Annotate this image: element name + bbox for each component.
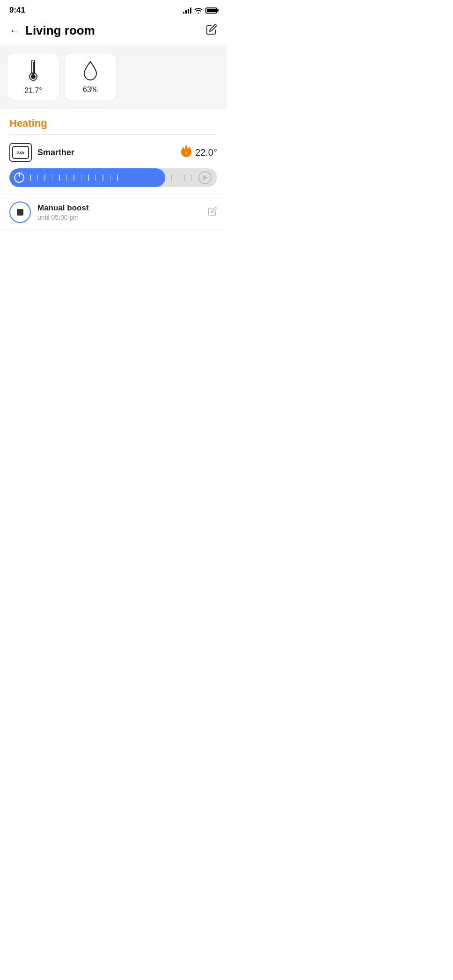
heating-section: Heating — [0, 109, 226, 135]
device-temperature: 22.0° — [195, 147, 217, 158]
slider-track[interactable] — [9, 168, 217, 187]
slider-play-button[interactable] — [198, 171, 212, 184]
status-icons — [183, 7, 217, 14]
header-left: ← Living room — [9, 23, 95, 38]
bottom-divider — [0, 230, 226, 230]
power-icon — [14, 173, 24, 183]
boost-left: Manual boost until 05:00 pm — [9, 202, 89, 223]
boost-subtitle: until 05:00 pm — [37, 214, 89, 221]
slider-fill — [9, 168, 165, 187]
flame-icon — [181, 144, 191, 160]
status-time: 9:41 — [9, 6, 25, 15]
status-bar: 9:41 — [0, 0, 226, 19]
droplet-icon — [83, 61, 97, 83]
temperature-value: 21.7° — [24, 86, 42, 95]
svg-point-3 — [31, 74, 36, 79]
humidity-card: 63% — [65, 54, 116, 101]
sensor-cards: 21.7° 63% — [7, 54, 219, 101]
device-right: 22.0° — [181, 144, 217, 160]
page-title: Living room — [25, 23, 95, 38]
back-button[interactable]: ← — [9, 26, 20, 36]
device-icon: 24h — [9, 143, 32, 162]
device-row: 24h Smarther 22.0° — [0, 135, 226, 166]
svg-text:24h: 24h — [17, 151, 24, 155]
device-left: 24h Smarther — [9, 143, 74, 162]
signal-icon — [183, 7, 191, 14]
device-name: Smarther — [37, 148, 74, 158]
wifi-icon — [194, 7, 203, 14]
thermometer-icon — [27, 60, 40, 84]
page-header: ← Living room — [0, 19, 226, 45]
manual-boost-row: Manual boost until 05:00 pm — [0, 195, 226, 230]
stop-icon — [17, 209, 23, 216]
humidity-value: 63% — [83, 86, 98, 94]
slider-container[interactable] — [0, 166, 226, 195]
tick-marks-unfilled — [165, 174, 192, 181]
stop-button[interactable] — [9, 202, 31, 223]
temperature-card: 21.7° — [7, 54, 59, 101]
tick-marks-filled — [30, 174, 118, 181]
boost-title: Manual boost — [37, 203, 89, 213]
boost-info: Manual boost until 05:00 pm — [37, 203, 89, 221]
section-title: Heating — [9, 117, 47, 129]
edit-page-button[interactable] — [206, 24, 217, 38]
sensor-section: 21.7° 63% — [0, 45, 226, 109]
boost-edit-button[interactable] — [208, 207, 217, 218]
play-icon — [203, 175, 208, 180]
battery-icon — [205, 7, 217, 14]
